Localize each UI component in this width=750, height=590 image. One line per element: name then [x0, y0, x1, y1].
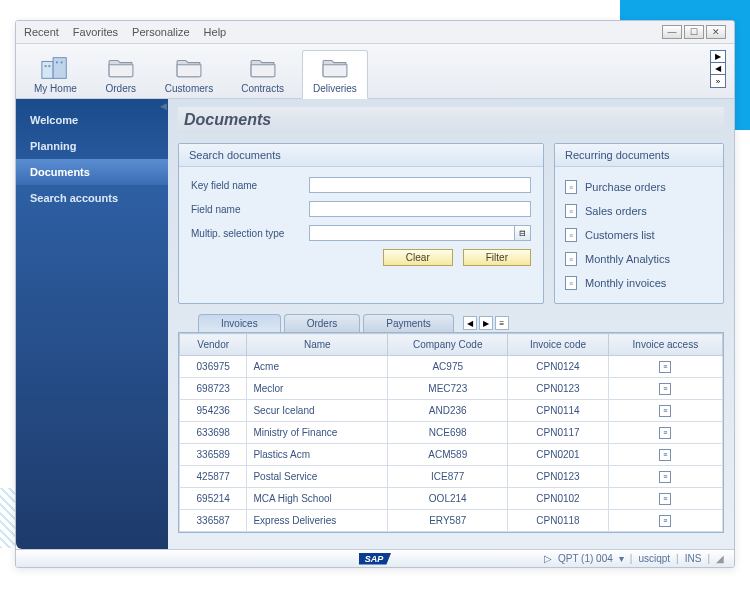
- recurring-item-customers-list[interactable]: ≡Customers list: [565, 223, 713, 247]
- field-name-input[interactable]: [309, 201, 531, 217]
- multip-selection-type-input[interactable]: [309, 225, 515, 241]
- data-table-wrap: VendorNameCompany CodeInvoice codeInvoic…: [178, 332, 724, 533]
- recurring-item-monthly-invoices[interactable]: ≡Monthly invoices: [565, 271, 713, 295]
- cell-name: MCA High School: [247, 488, 388, 510]
- menubar: Recent Favorites Personalize Help — ☐ ✕: [16, 21, 734, 44]
- status-dropdown-icon[interactable]: ▾: [619, 553, 624, 564]
- column-header[interactable]: Company Code: [388, 334, 508, 356]
- access-icon[interactable]: ≡: [659, 361, 671, 373]
- search-panel-title: Search documents: [179, 144, 543, 167]
- sidebar-item-planning[interactable]: Planning: [16, 133, 168, 159]
- recurring-label: Sales orders: [585, 205, 647, 217]
- svg-rect-4: [56, 61, 58, 63]
- column-header[interactable]: Invoice access: [608, 334, 722, 356]
- tab-orders[interactable]: Orders: [284, 314, 361, 332]
- filter-button[interactable]: Filter: [463, 249, 531, 266]
- table-row[interactable]: 036975AcmeAC975CPN0124≡: [180, 356, 723, 378]
- cell-invoice-code: CPN0117: [508, 422, 609, 444]
- svg-rect-1: [54, 58, 67, 79]
- column-header[interactable]: Invoice code: [508, 334, 609, 356]
- key-field-name-input[interactable]: [309, 177, 531, 193]
- cell-company-code: AND236: [388, 400, 508, 422]
- folder-icon: [247, 55, 279, 81]
- toolbar-item-my-home[interactable]: My Home: [24, 51, 87, 98]
- table-row[interactable]: 698723MeclorMEC723CPN0123≡: [180, 378, 723, 400]
- cell-invoice-access: ≡: [608, 356, 722, 378]
- cell-company-code: ACM589: [388, 444, 508, 466]
- cell-invoice-code: CPN0102: [508, 488, 609, 510]
- column-header[interactable]: Vendor: [180, 334, 247, 356]
- recurring-item-purchase-orders[interactable]: ≡Purchase orders: [565, 175, 713, 199]
- cell-vendor: 336587: [180, 510, 247, 532]
- svg-rect-3: [49, 65, 51, 67]
- folder-icon: [105, 55, 137, 81]
- cell-invoice-code: CPN0201: [508, 444, 609, 466]
- sidebar-item-documents[interactable]: Documents: [16, 159, 168, 185]
- access-icon[interactable]: ≡: [659, 405, 671, 417]
- nav-expand-icon[interactable]: »: [711, 75, 725, 87]
- cell-name: Postal Service: [247, 466, 388, 488]
- table-row[interactable]: 336587Express DeliveriesERY587CPN0118≡: [180, 510, 723, 532]
- folder-icon: [173, 55, 205, 81]
- menu-help[interactable]: Help: [204, 26, 227, 38]
- sap-logo: SAP: [359, 553, 392, 565]
- form-label: Multip. selection type: [191, 228, 309, 239]
- tab-prev-icon[interactable]: ◀: [463, 316, 477, 330]
- recurring-item-sales-orders[interactable]: ≡Sales orders: [565, 199, 713, 223]
- building-icon: [39, 55, 71, 81]
- cell-vendor: 036975: [180, 356, 247, 378]
- access-icon[interactable]: ≡: [659, 427, 671, 439]
- sidebar-collapse-icon[interactable]: ◀: [160, 101, 167, 111]
- toolbar-label: Customers: [165, 83, 213, 94]
- sidebar-item-welcome[interactable]: Welcome: [16, 107, 168, 133]
- access-icon[interactable]: ≡: [659, 449, 671, 461]
- clear-button[interactable]: Clear: [383, 249, 453, 266]
- cell-vendor: 633698: [180, 422, 247, 444]
- toolbar-item-deliveries[interactable]: Deliveries: [302, 50, 368, 99]
- access-icon[interactable]: ≡: [659, 493, 671, 505]
- maximize-button[interactable]: ☐: [684, 25, 704, 39]
- table-row[interactable]: 425877Postal ServiceICE877CPN0123≡: [180, 466, 723, 488]
- document-icon: ≡: [565, 276, 577, 290]
- recurring-item-monthly-analytics[interactable]: ≡Monthly Analytics: [565, 247, 713, 271]
- toolbar-item-orders[interactable]: Orders: [95, 51, 147, 98]
- table-row[interactable]: 633698Ministry of FinanceNCE698CPN0117≡: [180, 422, 723, 444]
- close-button[interactable]: ✕: [706, 25, 726, 39]
- cell-vendor: 954236: [180, 400, 247, 422]
- status-play-icon[interactable]: ▷: [544, 553, 552, 564]
- document-icon: ≡: [565, 228, 577, 242]
- toolbar-label: My Home: [34, 83, 77, 94]
- toolbar-label: Orders: [106, 83, 137, 94]
- minimize-button[interactable]: —: [662, 25, 682, 39]
- tab-invoices[interactable]: Invoices: [198, 314, 281, 332]
- selection-helper-icon[interactable]: ⊟: [515, 225, 531, 241]
- toolbar-item-customers[interactable]: Customers: [155, 51, 223, 98]
- recurring-label: Monthly invoices: [585, 277, 666, 289]
- tab-next-icon[interactable]: ▶: [479, 316, 493, 330]
- menu-recent[interactable]: Recent: [24, 26, 59, 38]
- nav-right-icon[interactable]: ▶: [711, 51, 725, 63]
- sidebar-item-search-accounts[interactable]: Search accounts: [16, 185, 168, 211]
- recurring-panel-title: Recurring documents: [555, 144, 723, 167]
- cell-invoice-access: ≡: [608, 444, 722, 466]
- access-icon[interactable]: ≡: [659, 515, 671, 527]
- tab-list-icon[interactable]: ≡: [495, 316, 509, 330]
- cell-company-code: MEC723: [388, 378, 508, 400]
- menu-personalize[interactable]: Personalize: [132, 26, 189, 38]
- document-icon: ≡: [565, 204, 577, 218]
- tab-payments[interactable]: Payments: [363, 314, 453, 332]
- access-icon[interactable]: ≡: [659, 471, 671, 483]
- column-header[interactable]: Name: [247, 334, 388, 356]
- nav-left-icon[interactable]: ◀: [711, 63, 725, 75]
- cell-invoice-code: CPN0123: [508, 466, 609, 488]
- document-icon: ≡: [565, 180, 577, 194]
- access-icon[interactable]: ≡: [659, 383, 671, 395]
- table-row[interactable]: 954236Secur IcelandAND236CPN0114≡: [180, 400, 723, 422]
- cell-name: Meclor: [247, 378, 388, 400]
- menu-favorites[interactable]: Favorites: [73, 26, 118, 38]
- form-label: Field name: [191, 204, 309, 215]
- toolbar-item-contracts[interactable]: Contracts: [231, 51, 294, 98]
- table-row[interactable]: 336589Plastics AcmACM589CPN0201≡: [180, 444, 723, 466]
- table-row[interactable]: 695214MCA High SchoolOOL214CPN0102≡: [180, 488, 723, 510]
- status-resize-icon[interactable]: ◢: [716, 553, 724, 564]
